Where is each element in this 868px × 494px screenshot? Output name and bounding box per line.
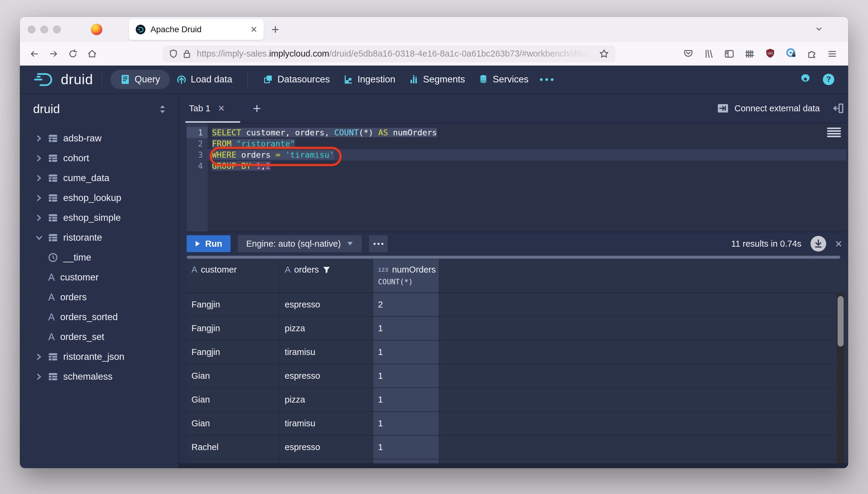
sidebar-item-ristorante-json[interactable]: ristorante_json — [20, 347, 178, 367]
table-row[interactable]: Gian pizza 1 — [187, 388, 846, 412]
chevron-right-icon[interactable] — [36, 155, 43, 162]
close-query-tab-icon[interactable]: × — [218, 102, 225, 115]
collapse-panel-icon[interactable] — [833, 102, 844, 114]
sidebar-item-eshop-simple[interactable]: eshop_simple — [20, 208, 178, 228]
reload-button[interactable] — [64, 45, 81, 62]
new-tab-button[interactable]: + — [271, 22, 279, 37]
extensions-puzzle-icon[interactable] — [807, 49, 817, 59]
column-header-orders[interactable]: Aorders — [280, 259, 373, 292]
nav-more-button[interactable] — [535, 78, 558, 81]
forward-button[interactable] — [45, 45, 62, 62]
sidebar-item-ristorante[interactable]: ristorante — [20, 228, 178, 248]
results-horizontal-scrollbar[interactable] — [187, 255, 846, 259]
table-row[interactable]: Fangjin espresso 2 — [187, 293, 846, 317]
containers-fence-icon[interactable] — [744, 49, 755, 59]
sidebar-item-cume-data[interactable]: cume_data — [20, 168, 178, 188]
cell-orders[interactable]: espresso — [280, 364, 373, 387]
sidebar-item-eshop-lookup[interactable]: eshop_lookup — [20, 188, 178, 208]
query-tab-1[interactable]: Tab 1 × — [187, 94, 240, 123]
cell-numorders[interactable]: 1 — [373, 317, 439, 340]
results-vertical-scrollbar[interactable] — [837, 293, 845, 463]
sidebar-item-adsb-raw[interactable]: adsb-raw — [20, 129, 178, 148]
filter-funnel-icon[interactable] — [323, 266, 331, 274]
editor-menu-icon[interactable] — [827, 128, 841, 137]
cell-numorders[interactable]: 1 — [373, 364, 439, 387]
connect-external-data-button[interactable]: Connect external data — [734, 103, 820, 113]
help-icon[interactable]: ? — [822, 73, 835, 86]
library-icon[interactable] — [704, 49, 714, 59]
chevron-right-icon[interactable] — [36, 174, 43, 182]
lock-icon[interactable] — [182, 49, 191, 59]
chevron-right-icon[interactable] — [36, 373, 43, 380]
druid-brand[interactable]: druid — [33, 71, 93, 88]
cell-customer[interactable]: Gian — [187, 388, 280, 411]
nav-item-datasources[interactable]: Datasources — [257, 70, 337, 89]
bookmark-star-icon[interactable] — [599, 49, 609, 59]
onetab-lock-icon[interactable] — [786, 48, 796, 60]
cell-numorders[interactable]: 2 — [373, 293, 439, 316]
cell-customer[interactable]: Gian — [187, 364, 280, 387]
download-results-icon[interactable] — [811, 236, 826, 251]
cell-numorders[interactable]: 1 — [373, 412, 439, 435]
nav-item-services[interactable]: Services — [472, 70, 535, 89]
nav-item-segments[interactable]: Segments — [402, 70, 472, 89]
close-results-icon[interactable]: × — [835, 238, 842, 250]
engine-select[interactable]: Engine: auto (sql-native) — [238, 235, 362, 252]
chevron-right-icon[interactable] — [36, 214, 43, 222]
cell-orders[interactable]: pizza — [280, 317, 373, 340]
menu-hamburger-icon[interactable] — [827, 49, 837, 59]
cell-customer[interactable]: Fangjin — [187, 293, 280, 316]
window-controls[interactable] — [28, 25, 61, 33]
chevron-down-icon[interactable] — [36, 234, 43, 241]
chevron-right-icon[interactable] — [36, 135, 43, 142]
zoom-window-button[interactable] — [53, 25, 61, 33]
cell-orders[interactable]: pizza — [280, 388, 373, 411]
chevron-right-icon[interactable] — [36, 353, 43, 360]
settings-gear-icon[interactable] — [799, 73, 811, 86]
table-row[interactable]: Rachel espresso 1 — [187, 436, 846, 459]
table-row[interactable]: Fangjin pizza 1 — [187, 317, 846, 341]
sidebar-column-orders-sorted[interactable]: A orders_sorted — [20, 307, 178, 327]
tracking-shield-icon[interactable] — [169, 49, 178, 59]
editor-code[interactable]: SELECT customer, orders, COUNT(*) AS num… — [208, 124, 846, 232]
sql-editor[interactable]: 1 2 3 4 SELECT customer, orders, COUNT(*… — [187, 124, 846, 232]
minimize-window-button[interactable] — [40, 25, 48, 33]
close-window-button[interactable] — [28, 25, 36, 33]
column-header-customer[interactable]: Acustomer — [187, 259, 280, 292]
nav-item-ingestion[interactable]: Ingestion — [337, 70, 402, 89]
sidebar-column-time[interactable]: __time — [20, 248, 178, 267]
sidebar-toggle-icon[interactable] — [724, 49, 734, 59]
column-header-numorders[interactable]: 123numOrders COUNT(*) — [373, 259, 439, 292]
sidebar-item-cohort[interactable]: cohort — [20, 148, 178, 168]
table-row[interactable]: Gian tiramisu 1 — [187, 412, 846, 436]
cell-orders[interactable]: espresso — [280, 293, 373, 316]
cell-orders[interactable]: espresso — [280, 436, 373, 459]
schema-selector[interactable]: druid — [20, 102, 178, 116]
sidebar-column-orders-set[interactable]: A orders_set — [20, 327, 178, 347]
nav-item-query[interactable]: Query — [111, 70, 169, 89]
browser-tab-apache-druid[interactable]: Apache Druid × — [129, 19, 264, 40]
chevron-right-icon[interactable] — [36, 194, 43, 202]
sidebar-column-customer[interactable]: A customer — [20, 267, 178, 287]
sort-double-caret-icon[interactable] — [158, 105, 166, 114]
close-tab-icon[interactable]: × — [251, 24, 257, 35]
table-row[interactable]: Fangjin tiramisu 1 — [187, 341, 846, 364]
tab-overflow-chevron-icon[interactable] — [814, 24, 824, 35]
add-query-tab-button[interactable]: + — [253, 100, 261, 116]
table-row[interactable]: Gian espresso 1 — [187, 364, 846, 388]
cell-customer[interactable]: Fangjin — [187, 341, 280, 364]
url-bar[interactable]: https://imply-sales.implycloud.com/druid… — [163, 45, 615, 62]
ublock-origin-icon[interactable]: UO — [765, 48, 775, 60]
nav-item-load-data[interactable]: Load data — [170, 70, 239, 89]
home-button[interactable] — [84, 45, 100, 62]
cell-numorders[interactable]: 1 — [373, 388, 439, 411]
cell-customer[interactable]: Rachel — [187, 436, 280, 459]
query-more-button[interactable] — [369, 235, 388, 252]
scrollbar-thumb[interactable] — [837, 296, 844, 347]
run-button[interactable]: Run — [187, 235, 230, 252]
cell-numorders[interactable]: 1 — [373, 436, 439, 459]
cell-orders[interactable]: tiramisu — [280, 412, 373, 435]
cell-numorders[interactable]: 1 — [373, 341, 439, 364]
sidebar-column-orders[interactable]: A orders — [20, 287, 178, 307]
back-button[interactable] — [26, 45, 43, 62]
